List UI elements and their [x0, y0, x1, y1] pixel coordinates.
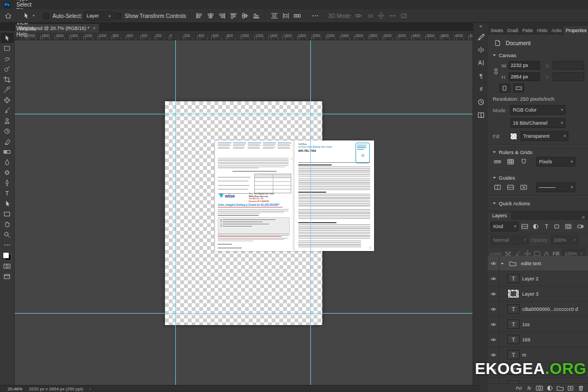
zoom-level-field[interactable]: 20.46% — [8, 387, 22, 391]
filter-adjustment-layers-icon[interactable] — [531, 222, 541, 231]
layer-row[interactable]: T169 — [488, 332, 588, 347]
blur-tool[interactable] — [1, 157, 14, 167]
layer-filter-kind-dropdown[interactable]: Kind▾ — [491, 222, 519, 231]
home-icon[interactable] — [3, 11, 13, 20]
paragraph-panel-icon[interactable]: ¶ — [474, 69, 487, 82]
eraser-tool[interactable] — [1, 136, 14, 146]
gradient-tool[interactable] — [1, 146, 14, 157]
rulers-grids-section-header[interactable]: Rulers & Grids — [493, 148, 583, 157]
panel-tab-histo[interactable]: Histo — [535, 26, 549, 35]
canvas-area[interactable]: ⌂ wise Turn Your Equity Into Cash While … — [14, 40, 473, 385]
bit-depth-dropdown[interactable]: 16 Bits/Channel▾ — [510, 118, 566, 128]
layer-thumbnail[interactable]: T — [507, 350, 519, 359]
document-page-left[interactable]: ⌂ wise Turn Your Equity Into Cash While … — [215, 140, 294, 251]
path-selection-tool[interactable] — [1, 198, 14, 209]
vertical-guide[interactable] — [175, 40, 176, 385]
document-page-right[interactable]: Call Now to Turn Your Equity Into Cash 8… — [294, 140, 374, 251]
distribute-vertical-icon[interactable] — [270, 11, 279, 20]
history-brush-tool[interactable] — [1, 126, 14, 136]
group-expand-caret-icon[interactable] — [499, 261, 505, 266]
menu-help[interactable]: Help — [13, 32, 40, 38]
layer-row[interactable]: edite text — [488, 256, 588, 271]
layer-name[interactable]: cilta0000000...ccccccc0 d — [522, 307, 578, 312]
new-group-icon[interactable] — [556, 384, 564, 391]
units-dropdown[interactable]: Pixels▾ — [536, 157, 575, 167]
layer-visibility-eye-icon[interactable] — [488, 302, 499, 316]
move-tool[interactable] — [1, 33, 14, 43]
align-center-horizontal-icon[interactable] — [206, 11, 216, 20]
layer-thumbnail[interactable]: T — [507, 335, 519, 344]
align-left-icon[interactable] — [194, 11, 204, 20]
panel-tab-swats[interactable]: Swats — [488, 26, 505, 35]
horizontal-guide[interactable] — [14, 114, 473, 114]
layer-row[interactable]: Tcilta0000000...ccccccc0 d — [488, 302, 588, 317]
delete-layer-icon[interactable] — [577, 384, 585, 391]
paths-panel-icon[interactable] — [474, 43, 487, 56]
auto-select-dropdown[interactable]: Layer▾ — [84, 11, 113, 21]
show-transform-checkbox[interactable] — [115, 13, 121, 19]
dodge-tool[interactable] — [1, 167, 14, 177]
layer-thumbnail[interactable]: T — [507, 304, 519, 314]
layer-row[interactable]: Layer 3 — [488, 286, 588, 302]
app-icon[interactable]: Ps — [4, 2, 10, 8]
panel-tab-actio[interactable]: Actio — [549, 26, 564, 35]
panel-tab-patte[interactable]: Patte — [520, 26, 535, 35]
clone-stamp-tool[interactable] — [1, 115, 14, 126]
vertical-guide[interactable] — [310, 40, 311, 385]
quick-selection-tool[interactable] — [1, 64, 14, 74]
layer-visibility-eye-icon[interactable] — [488, 256, 499, 271]
layer-name[interactable]: Layer 2 — [522, 276, 538, 281]
rectangular-marquee-tool[interactable] — [1, 43, 14, 53]
toggle-rulers-icon[interactable] — [493, 157, 503, 166]
new-adjustment-layer-icon[interactable] — [546, 384, 554, 391]
lasso-tool[interactable] — [1, 53, 14, 64]
3d-scale-icon[interactable] — [399, 11, 409, 20]
layer-visibility-eye-icon[interactable] — [488, 317, 499, 332]
status-options-icon[interactable]: › — [89, 387, 91, 391]
3d-orbit-icon[interactable] — [353, 11, 363, 20]
3d-roll-icon[interactable] — [365, 11, 375, 20]
auto-select-checkbox[interactable] — [43, 13, 49, 19]
guides-section-header[interactable]: Guides — [493, 173, 583, 182]
orientation-portrait-button[interactable] — [499, 83, 510, 93]
guide-style-dropdown[interactable]: ▾ — [536, 182, 575, 192]
brush-tool[interactable] — [1, 105, 14, 115]
layer-name[interactable]: edite text — [521, 261, 541, 266]
filter-shape-layers-icon[interactable] — [553, 222, 562, 231]
layer-row[interactable]: TLayer 2 — [488, 271, 588, 286]
3d-pan-icon[interactable] — [376, 11, 386, 20]
color-swatches[interactable] — [3, 252, 11, 261]
layer-thumbnail[interactable]: T — [507, 320, 519, 329]
orientation-landscape-button[interactable] — [513, 83, 524, 93]
color-mode-dropdown[interactable]: RGB Color▾ — [510, 105, 566, 115]
panel-menu-icon[interactable]: ≡ — [582, 215, 585, 220]
align-bottom-icon[interactable] — [252, 11, 261, 20]
current-tool-icon[interactable] — [21, 11, 31, 20]
layer-visibility-eye-icon[interactable] — [488, 271, 499, 286]
distribute-spacing-icon[interactable] — [292, 11, 302, 20]
layer-name[interactable]: m — [522, 352, 526, 358]
link-dimensions-icon[interactable] — [492, 67, 500, 76]
edit-toolbar[interactable] — [1, 240, 14, 250]
clear-guides-icon[interactable] — [519, 183, 529, 192]
hand-tool[interactable] — [1, 219, 14, 229]
add-layer-mask-icon[interactable] — [535, 384, 543, 391]
quick-actions-section-header[interactable]: Quick Actions — [493, 199, 583, 208]
height-field[interactable]: 2854 px — [509, 72, 540, 81]
expand-panels-icon[interactable]: « — [479, 22, 482, 30]
spot-healing-brush-tool[interactable] — [1, 95, 14, 105]
layer-thumbnail[interactable] — [507, 289, 519, 298]
canvas-section-header[interactable]: Canvas — [493, 51, 583, 60]
layer-filter-toggle-icon[interactable] — [575, 222, 585, 231]
character-panel-icon[interactable]: A — [474, 56, 487, 69]
toggle-guides-icon[interactable] — [493, 183, 503, 192]
filter-type-layers-icon[interactable]: T — [542, 222, 552, 231]
layer-name[interactable]: Layer 3 — [522, 291, 538, 297]
screen-mode-button[interactable] — [1, 271, 14, 281]
brush-settings-panel-icon[interactable] — [474, 30, 487, 43]
lock-guides-icon[interactable] — [506, 183, 516, 192]
pen-tool[interactable] — [1, 177, 14, 188]
layer-visibility-eye-icon[interactable] — [488, 332, 499, 347]
distribute-horizontal-icon[interactable] — [281, 11, 291, 20]
close-tab-icon[interactable]: × — [93, 26, 95, 31]
